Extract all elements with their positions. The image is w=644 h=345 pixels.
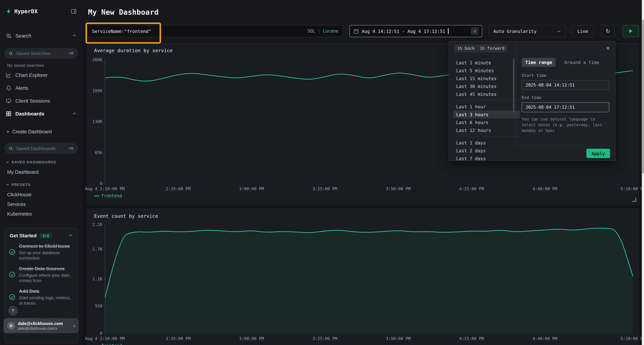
sidebar-item-services[interactable]: Services [0,200,82,209]
time-picker-popup: 1h back 1h forward ✕ Last 1 minuteLast 5… [449,41,616,161]
chevron-up-icon [68,234,73,238]
saved-searches-input[interactable]: Saved Searches ⌘K [4,48,78,59]
d-key-badge: d [471,27,478,35]
create-dashboard-button[interactable]: + Create Dashboard [0,126,82,137]
y-axis-line [105,225,105,333]
sidebar-item-alerts[interactable]: Alerts [0,81,82,94]
run-query-button[interactable] [622,25,639,37]
y-tick-label: 260K [88,57,102,62]
tab-time-range[interactable]: Time range [522,58,556,67]
shift-1h-back-button[interactable]: 1h back [454,44,478,52]
section-header-label: PRESETS [12,182,31,187]
sidebar-item-clickhouse[interactable]: ClickHouse [0,190,82,200]
y-tick-mark [104,333,105,334]
lucene-mode-toggle[interactable]: Lucene [323,28,338,34]
task-description: Set up your database connection [19,250,73,261]
time-range-option[interactable]: Last 1 hour [453,103,520,110]
get-started-item-sources[interactable]: Create Data Sources Configure where your… [5,263,78,286]
sql-mode-toggle[interactable]: SQL [308,28,315,34]
tab-around-a-time[interactable]: Around a time [561,58,603,67]
chart-line-svg [105,225,633,333]
search-icon [8,51,13,56]
user-account-menu[interactable]: D dale@clickhouse.com dale@clickhouse.co… [4,318,79,333]
page-scrollbar[interactable] [642,0,644,345]
sidebar-item-chart-explorer[interactable]: Chart Explorer [0,69,82,81]
sidebar-item-kubernetes[interactable]: Kubernetes [0,209,82,219]
start-time-field[interactable] [522,80,609,90]
command-k-shortcut: ⌘K [69,146,74,151]
get-started-item-connect[interactable]: Connect to ClickHouse Set up your databa… [5,241,78,263]
user-org: dale@clickhouse.com's [18,326,63,331]
time-range-option[interactable]: Last 1 days [453,139,520,147]
time-range-option[interactable]: Last 15 minutes [453,74,520,82]
time-range-option[interactable]: Last 12 hours [453,126,520,134]
sidebar: HyperDX Search Saved Searches ⌘K No save… [0,0,83,345]
get-started-item-add-data[interactable]: Add Data Start sending logs, metrics, or… [5,286,78,308]
time-range-option[interactable]: Last 3 hours [453,110,520,118]
filter-bar: ServiceName:"frontend" SQL | Lucene Aug … [87,25,639,37]
time-range-option[interactable]: Last 6 hours [453,118,520,126]
chevron-up-icon [72,111,76,116]
start-time-label: Start time [522,73,609,78]
y-tick-mark [104,122,105,122]
y-tick-mark [104,225,105,225]
scrollbar-thumb[interactable] [642,20,644,173]
y-axis-line [105,60,105,183]
saved-dashboards-section-header[interactable]: SAVED DASHBOARDS [0,159,82,165]
time-picker-footer: Apply [516,146,615,161]
live-button[interactable]: Live [571,25,594,37]
task-title: Add Data [19,289,73,295]
search-query-input[interactable]: ServiceName:"frontend" SQL | Lucene [87,25,343,37]
collapse-sidebar-icon[interactable] [71,8,76,14]
time-range-option[interactable]: Last 5 minutes [453,66,520,74]
time-range-option[interactable]: Last 45 minutes [453,90,520,98]
granularity-value: Auto Granularity [494,28,536,34]
x-tick-label: 3:25:00 PM [312,336,338,341]
y-tick-label: 550 [88,304,102,309]
y-tick-mark [104,306,105,306]
help-button[interactable]: ? [8,306,18,315]
natural-language-hint: You can use natural language to select d… [522,117,611,134]
sidebar-item-my-dashboard[interactable]: My Dashboard [0,167,82,177]
dashboard-grid-icon [6,111,12,117]
y-tick-label: 195K [88,88,102,93]
check-circle-icon [9,249,16,256]
time-range-list-scrollbar[interactable] [513,59,514,112]
x-tick-label: 4:40:00 PM [532,336,558,341]
avatar: D [7,322,15,330]
sidebar-item-label: Chart Explorer [16,72,76,78]
y-tick-label: 1.1K [88,276,102,281]
preset-link-label: Kubernetes [7,211,32,217]
apply-button[interactable]: Apply [586,149,610,158]
hyperdx-logo-icon[interactable] [6,8,12,14]
granularity-select[interactable]: Auto Granularity [489,25,566,37]
presets-section-header[interactable]: PRESETS [0,181,82,188]
saved-searches-placeholder: Saved Searches [16,50,66,56]
brand-name[interactable]: HyperDX [14,8,68,15]
x-tick-label: 3:50:00 PM [386,186,411,191]
time-range-option[interactable]: Last 30 minutes [453,82,520,90]
legend-series-name: frontend [101,343,122,345]
query-text: ServiceName:"frontend" [92,28,308,34]
hyperdx-app: HyperDX Search Saved Searches ⌘K No save… [0,0,644,345]
chart-legend-item[interactable]: frontend [94,193,122,198]
shift-1h-forward-button[interactable]: 1h forward [476,44,508,52]
x-tick-label: 3:00:00 PM [239,186,264,191]
saved-dashboards-input[interactable]: Saved Dashboards ⌘K [4,143,78,154]
refresh-button[interactable]: ↻ [601,25,615,37]
time-range-input[interactable]: Aug 4 14:12:51 - Aug 4 17:12:51 d [350,25,482,37]
get-started-header[interactable]: Get Started 3/3 [5,228,78,241]
chart-legend-item[interactable]: frontend [94,343,122,345]
end-time-label: End time [522,95,609,100]
y-tick-label: 130K [88,119,102,124]
chevron-up-icon [72,34,76,38]
sidebar-item-search[interactable]: Search [0,29,82,42]
time-range-option[interactable]: Last 7 days [453,154,520,161]
sidebar-item-client-sessions[interactable]: Client Sessions [0,94,82,107]
time-range-option[interactable]: Last 1 minute [453,59,520,66]
panel-resize-handle[interactable] [632,198,636,202]
text-cursor [448,28,449,34]
sidebar-item-dashboards[interactable]: Dashboards [0,107,82,120]
end-time-field[interactable] [522,102,609,112]
time-range-option[interactable]: Last 2 days [453,147,520,154]
